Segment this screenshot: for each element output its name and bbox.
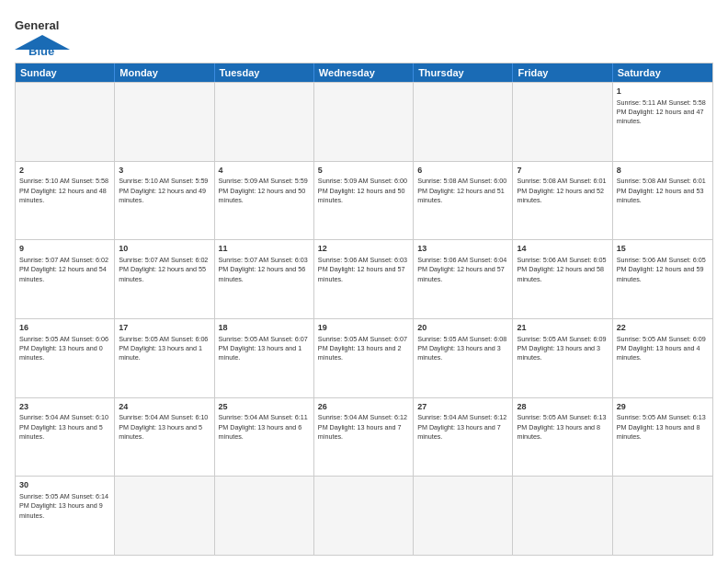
calendar-cell: 2Sunrise: 5:10 AM Sunset: 5:58 PM Daylig… (16, 162, 115, 240)
calendar-cell (314, 83, 414, 161)
calendar-cell: 15Sunrise: 5:06 AM Sunset: 6:05 PM Dayli… (613, 240, 712, 318)
day-info: Sunrise: 5:06 AM Sunset: 6:05 PM Dayligh… (517, 256, 608, 284)
calendar-header: SundayMondayTuesdayWednesdayThursdayFrid… (16, 63, 712, 82)
day-number: 5 (318, 165, 409, 177)
day-info: Sunrise: 5:05 AM Sunset: 6:07 PM Dayligh… (318, 335, 409, 363)
day-info: Sunrise: 5:05 AM Sunset: 6:06 PM Dayligh… (119, 335, 210, 363)
calendar-cell: 28Sunrise: 5:05 AM Sunset: 6:13 PM Dayli… (513, 398, 612, 477)
calendar-cell (215, 477, 314, 555)
day-header-saturday: Saturday (613, 63, 712, 82)
calendar-cell: 13Sunrise: 5:06 AM Sunset: 6:04 PM Dayli… (414, 240, 513, 318)
day-number: 30 (19, 479, 110, 491)
calendar-row-0: 1Sunrise: 5:11 AM Sunset: 5:58 PM Daylig… (16, 82, 712, 161)
day-number: 4 (219, 165, 310, 177)
day-number: 21 (517, 322, 608, 334)
day-info: Sunrise: 5:04 AM Sunset: 6:10 PM Dayligh… (119, 413, 210, 442)
day-info: Sunrise: 5:06 AM Sunset: 6:05 PM Dayligh… (617, 256, 709, 284)
day-info: Sunrise: 5:10 AM Sunset: 5:59 PM Dayligh… (119, 177, 210, 205)
day-number: 15 (617, 243, 709, 255)
calendar-cell: 1Sunrise: 5:11 AM Sunset: 5:58 PM Daylig… (613, 83, 712, 161)
day-number: 23 (19, 401, 110, 413)
calendar-cell: 19Sunrise: 5:05 AM Sunset: 6:07 PM Dayli… (314, 319, 414, 397)
day-header-sunday: Sunday (16, 63, 115, 82)
calendar-cell: 11Sunrise: 5:07 AM Sunset: 6:03 PM Dayli… (215, 240, 314, 318)
calendar-cell: 4Sunrise: 5:09 AM Sunset: 5:59 PM Daylig… (215, 162, 314, 240)
day-info: Sunrise: 5:07 AM Sunset: 6:02 PM Dayligh… (19, 256, 110, 284)
calendar-cell (513, 477, 612, 555)
calendar-cell: 3Sunrise: 5:10 AM Sunset: 5:59 PM Daylig… (115, 162, 214, 240)
day-info: Sunrise: 5:04 AM Sunset: 6:12 PM Dayligh… (318, 413, 409, 442)
calendar-cell (314, 477, 414, 555)
calendar-row-5: 30Sunrise: 5:05 AM Sunset: 6:14 PM Dayli… (16, 476, 712, 555)
day-number: 17 (119, 322, 210, 334)
calendar-cell (16, 83, 115, 161)
day-info: Sunrise: 5:06 AM Sunset: 6:04 PM Dayligh… (417, 256, 508, 284)
calendar-cell (513, 83, 612, 161)
day-number: 2 (19, 165, 110, 177)
calendar-cell: 20Sunrise: 5:05 AM Sunset: 6:08 PM Dayli… (414, 319, 513, 397)
calendar-cell: 24Sunrise: 5:04 AM Sunset: 6:10 PM Dayli… (115, 398, 214, 477)
logo: GeneralBlue (15, 15, 70, 55)
day-number: 25 (219, 401, 310, 413)
day-info: Sunrise: 5:09 AM Sunset: 6:00 PM Dayligh… (318, 177, 409, 205)
calendar-cell: 12Sunrise: 5:06 AM Sunset: 6:03 PM Dayli… (314, 240, 414, 318)
day-number: 18 (219, 322, 310, 334)
day-number: 16 (19, 322, 110, 334)
calendar-cell: 29Sunrise: 5:05 AM Sunset: 6:13 PM Dayli… (613, 398, 712, 477)
day-number: 1 (617, 86, 709, 98)
day-header-wednesday: Wednesday (314, 63, 414, 82)
calendar-cell: 30Sunrise: 5:05 AM Sunset: 6:14 PM Dayli… (16, 477, 115, 555)
calendar-cell: 7Sunrise: 5:08 AM Sunset: 6:01 PM Daylig… (513, 162, 612, 240)
day-info: Sunrise: 5:08 AM Sunset: 6:01 PM Dayligh… (517, 177, 608, 205)
calendar-cell: 17Sunrise: 5:05 AM Sunset: 6:06 PM Dayli… (115, 319, 214, 397)
day-info: Sunrise: 5:10 AM Sunset: 5:58 PM Dayligh… (19, 177, 110, 205)
day-number: 26 (318, 401, 409, 413)
day-number: 7 (517, 165, 608, 177)
day-number: 20 (417, 322, 508, 334)
day-header-monday: Monday (115, 63, 214, 82)
day-number: 22 (617, 322, 709, 334)
calendar-row-4: 23Sunrise: 5:04 AM Sunset: 6:10 PM Dayli… (16, 397, 712, 477)
day-info: Sunrise: 5:05 AM Sunset: 6:06 PM Dayligh… (19, 335, 110, 363)
day-number: 10 (119, 243, 210, 255)
day-number: 9 (19, 243, 110, 255)
calendar-cell: 26Sunrise: 5:04 AM Sunset: 6:12 PM Dayli… (314, 398, 414, 477)
day-header-thursday: Thursday (414, 63, 513, 82)
day-info: Sunrise: 5:09 AM Sunset: 5:59 PM Dayligh… (219, 177, 310, 205)
calendar-cell (115, 83, 214, 161)
day-info: Sunrise: 5:05 AM Sunset: 6:08 PM Dayligh… (417, 335, 508, 363)
calendar-cell: 9Sunrise: 5:07 AM Sunset: 6:02 PM Daylig… (16, 240, 115, 318)
day-header-tuesday: Tuesday (215, 63, 314, 82)
day-number: 6 (417, 165, 508, 177)
day-info: Sunrise: 5:06 AM Sunset: 6:03 PM Dayligh… (318, 256, 409, 284)
calendar-cell: 10Sunrise: 5:07 AM Sunset: 6:02 PM Dayli… (115, 240, 214, 318)
day-info: Sunrise: 5:08 AM Sunset: 6:00 PM Dayligh… (417, 177, 508, 205)
day-info: Sunrise: 5:05 AM Sunset: 6:14 PM Dayligh… (19, 492, 110, 521)
calendar-cell: 18Sunrise: 5:05 AM Sunset: 6:07 PM Dayli… (215, 319, 314, 397)
day-info: Sunrise: 5:05 AM Sunset: 6:09 PM Dayligh… (517, 335, 608, 363)
logo-svg: GeneralBlue (15, 15, 70, 55)
day-number: 24 (119, 401, 210, 413)
day-number: 27 (417, 401, 508, 413)
day-number: 13 (417, 243, 508, 255)
day-number: 19 (318, 322, 409, 334)
calendar-row-2: 9Sunrise: 5:07 AM Sunset: 6:02 PM Daylig… (16, 239, 712, 318)
calendar-cell: 23Sunrise: 5:04 AM Sunset: 6:10 PM Dayli… (16, 398, 115, 477)
calendar-cell: 6Sunrise: 5:08 AM Sunset: 6:00 PM Daylig… (414, 162, 513, 240)
day-info: Sunrise: 5:11 AM Sunset: 5:58 PM Dayligh… (617, 98, 709, 127)
calendar-body: 1Sunrise: 5:11 AM Sunset: 5:58 PM Daylig… (16, 82, 712, 555)
header: GeneralBlue (15, 15, 713, 55)
calendar-cell (414, 83, 513, 161)
page: GeneralBlue SundayMondayTuesdayWednesday… (0, 0, 728, 563)
calendar-cell: 5Sunrise: 5:09 AM Sunset: 6:00 PM Daylig… (314, 162, 414, 240)
day-info: Sunrise: 5:05 AM Sunset: 6:07 PM Dayligh… (219, 335, 310, 363)
day-number: 28 (517, 401, 608, 413)
day-number: 29 (617, 401, 709, 413)
day-info: Sunrise: 5:08 AM Sunset: 6:01 PM Dayligh… (617, 177, 709, 205)
day-header-friday: Friday (513, 63, 612, 82)
day-info: Sunrise: 5:05 AM Sunset: 6:09 PM Dayligh… (617, 335, 709, 363)
day-number: 12 (318, 243, 409, 255)
day-info: Sunrise: 5:04 AM Sunset: 6:11 PM Dayligh… (219, 413, 310, 442)
day-info: Sunrise: 5:04 AM Sunset: 6:12 PM Dayligh… (417, 413, 508, 442)
day-number: 11 (219, 243, 310, 255)
